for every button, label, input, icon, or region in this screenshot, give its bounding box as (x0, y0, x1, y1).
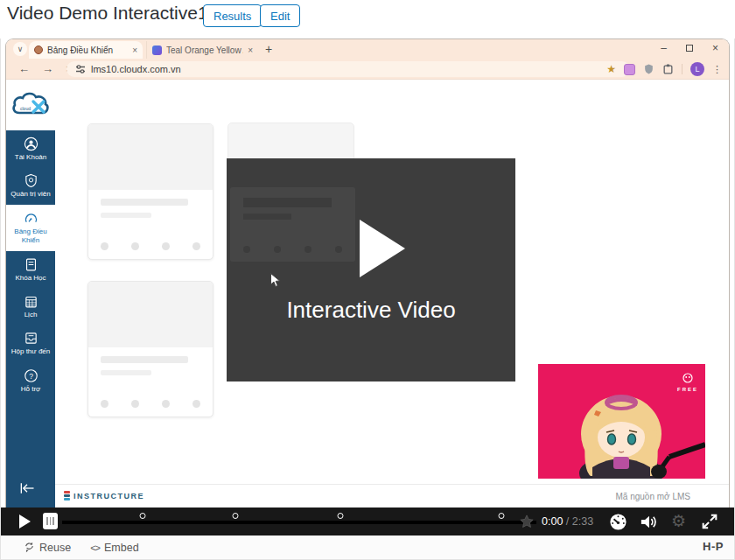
seekbar-track[interactable] (62, 521, 536, 524)
lms-tagline: Mã nguồn mở LMS (616, 492, 690, 501)
instructure-icon (64, 491, 70, 500)
embed-button[interactable]: <> Embed (90, 542, 138, 554)
interaction-marker[interactable] (498, 513, 504, 519)
card-title-placeholder (101, 199, 188, 206)
window-minimize-button[interactable]: – (661, 42, 667, 54)
browser-tab-active[interactable]: Bảng Điều Khiển × (29, 41, 143, 59)
h5p-logo[interactable]: H-P (703, 540, 724, 553)
svg-text:cloud: cloud (20, 106, 31, 111)
card-subtitle-placeholder (101, 370, 151, 375)
ghost-card (230, 187, 355, 262)
play-button[interactable] (19, 514, 31, 528)
tab-favicon (152, 46, 162, 55)
reuse-icon (24, 542, 35, 553)
sidebar-item-calendar[interactable]: Lịch (6, 288, 55, 325)
embed-icon: <> (90, 542, 100, 553)
browser-menu-icon[interactable]: ⋮ (712, 64, 722, 75)
cloudx-logo[interactable]: cloud (6, 80, 55, 130)
divider (682, 64, 682, 74)
webcam-thumbnail: FREE (538, 364, 705, 479)
calendar-icon (24, 294, 38, 309)
extension-icon[interactable] (624, 64, 635, 75)
time-display: 0:00 / 2:33 (542, 515, 593, 528)
extensions-icon[interactable] (662, 63, 674, 75)
sidebar-item-account[interactable]: Tài Khoản (6, 130, 55, 167)
seekbar[interactable] (62, 508, 536, 536)
watermark: FREE (677, 371, 698, 392)
h5p-player: ∨ Bảng Điều Khiển × Teal Orange Yellow A… (0, 38, 735, 560)
url-bar[interactable]: lms10.cloudx.com.vn (66, 61, 630, 77)
tab-close-icon[interactable]: × (248, 46, 253, 55)
page: Video Demo Interactive1 Results Edit ∨ B… (0, 0, 735, 560)
playback-rate-icon[interactable] (608, 512, 628, 532)
settings-gear-icon[interactable]: ⚙ (671, 511, 686, 531)
video-start-overlay[interactable]: Interactive Video (227, 158, 515, 382)
interaction-marker[interactable] (140, 513, 146, 519)
browser-tabstrip: ∨ Bảng Điều Khiển × Teal Orange Yellow A… (6, 39, 729, 59)
interaction-marker[interactable] (232, 513, 238, 519)
card-image-placeholder (88, 282, 213, 347)
user-icon (24, 136, 38, 151)
dashboard-icon (24, 211, 38, 226)
video-title: Interactive Video (227, 297, 515, 324)
page-title: Video Demo Interactive1 (7, 3, 208, 24)
edit-button[interactable]: Edit (260, 4, 300, 27)
card-action-dots (101, 242, 200, 250)
bookmarks-button[interactable] (43, 513, 58, 529)
site-settings-icon (75, 64, 86, 74)
sidebar-item-dashboard[interactable]: Bảng Điều Khiển (6, 205, 55, 251)
window-close-button[interactable]: × (712, 42, 718, 54)
sidebar-item-inbox[interactable]: Hộp thư đến (6, 325, 55, 361)
lms-content: cloud Tài Khoản (6, 80, 729, 508)
shield-icon (24, 173, 38, 188)
sidebar-item-courses[interactable]: Khóa Học (6, 251, 55, 288)
volume-icon[interactable] (639, 512, 659, 532)
card-subtitle-placeholder (101, 213, 151, 218)
url-text: lms10.cloudx.com.vn (91, 64, 181, 74)
card-image-placeholder (88, 124, 213, 190)
instructure-logo: INSTRUCTURE (64, 491, 144, 500)
sidebar-collapse-icon[interactable] (18, 482, 36, 498)
player-controls: 0:00 / 2:33 ⚙ (1, 508, 734, 536)
h5p-footer: Reuse <> Embed H-P (1, 536, 734, 559)
browser-window: ∨ Bảng Điều Khiển × Teal Orange Yellow A… (5, 38, 730, 508)
inbox-icon (24, 331, 38, 346)
back-icon[interactable]: ← (18, 62, 30, 75)
tab-label: Teal Orange Yellow And White (166, 46, 243, 55)
lms-footer: INSTRUCTURE Mã nguồn mở LMS (55, 484, 729, 508)
tab-search-icon[interactable]: ∨ (13, 42, 27, 56)
bookmark-star-icon[interactable]: ★ (606, 63, 616, 75)
sidebar-item-admin[interactable]: Quản trị viên (6, 167, 55, 204)
browser-toolbar: ← → × lms10.cloudx.com.vn ★ (6, 59, 729, 80)
video-frame: ∨ Bảng Điều Khiển × Teal Orange Yellow A… (1, 38, 734, 508)
profile-avatar[interactable]: L (690, 62, 704, 76)
watermark-icon (682, 373, 693, 383)
mouse-cursor (270, 272, 281, 289)
forward-icon[interactable]: → (42, 62, 53, 75)
help-icon: ? (24, 368, 38, 383)
dashboard-card (88, 281, 214, 417)
results-button[interactable]: Results (203, 4, 262, 27)
fullscreen-icon[interactable] (700, 512, 719, 531)
new-tab-button[interactable]: + (265, 42, 272, 56)
shield-extension-icon[interactable] (643, 63, 654, 75)
tab-close-icon[interactable]: × (132, 46, 137, 55)
play-icon[interactable] (360, 220, 405, 277)
tab-favicon (34, 46, 43, 54)
browser-tab-2[interactable]: Teal Orange Yellow And White × (146, 41, 258, 59)
card-title-placeholder (101, 356, 188, 363)
interaction-marker[interactable] (338, 513, 344, 519)
svg-text:?: ? (29, 371, 33, 380)
lms-sidebar: Tài Khoản Quản trị viên (6, 130, 55, 508)
reuse-button[interactable]: Reuse (24, 542, 71, 554)
sidebar-item-help[interactable]: ? Hỗ trợ (6, 362, 55, 399)
endscreen-star-icon[interactable] (519, 514, 535, 529)
window-maximize-button[interactable] (686, 45, 693, 52)
card-action-dots (101, 400, 200, 408)
dashboard-card (88, 123, 214, 260)
tab-label: Bảng Điều Khiển (47, 46, 128, 55)
book-icon (24, 257, 38, 272)
